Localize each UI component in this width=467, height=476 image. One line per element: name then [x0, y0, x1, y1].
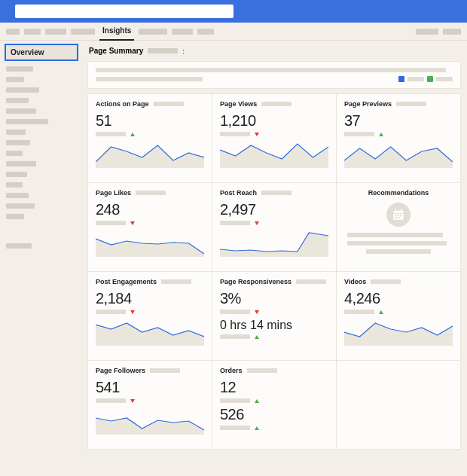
sidebar: Overview	[0, 41, 83, 476]
sidebar-item[interactable]	[6, 66, 33, 72]
nav-tab[interactable]	[197, 29, 214, 35]
card-actions-on-page[interactable]: Actions on Page 51	[88, 94, 212, 183]
placeholder	[161, 279, 191, 284]
metric-value: 1,210	[220, 112, 328, 130]
card-title: Page Likes	[96, 189, 131, 197]
sparkline-chart	[96, 228, 204, 257]
placeholder	[344, 310, 374, 314]
placeholder	[261, 102, 291, 106]
sidebar-item[interactable]	[6, 243, 32, 249]
sidebar-item[interactable]	[6, 151, 23, 156]
sidebar-item[interactable]	[6, 130, 26, 135]
tab-insights[interactable]: Insights	[99, 23, 134, 41]
sidebar-item[interactable]	[6, 161, 36, 166]
sidebar-item-overview[interactable]: Overview	[5, 44, 78, 61]
placeholder	[96, 221, 126, 225]
page-summary-header: Page Summary :	[89, 47, 461, 55]
card-post-engagements[interactable]: Post Engagements 2,184	[88, 272, 212, 361]
trend-down-icon	[255, 133, 259, 136]
nav-tab[interactable]	[45, 29, 66, 35]
nav-tab[interactable]	[443, 29, 461, 35]
placeholder	[220, 132, 250, 136]
main-content: Page Summary : Actions on Page 51	[83, 41, 467, 476]
placeholder	[220, 221, 250, 225]
metric-value: 2,184	[96, 290, 204, 307]
sidebar-item[interactable]	[6, 140, 30, 145]
placeholder	[247, 368, 277, 373]
card-title: Videos	[344, 278, 366, 285]
card-post-reach[interactable]: Post Reach 2,497	[212, 183, 337, 272]
nav-tab[interactable]	[6, 29, 20, 35]
card-page-responsiveness[interactable]: Page Responsiveness 3% 0 hrs 14 mins	[212, 272, 337, 361]
sparkline-chart	[344, 317, 453, 346]
placeholder	[96, 398, 126, 403]
placeholder	[96, 132, 126, 136]
summary-banner	[87, 61, 461, 89]
svg-rect-8	[398, 217, 399, 218]
sidebar-item[interactable]	[6, 214, 24, 219]
metrics-grid: Actions on Page 51 Page Views 1,210 Page…	[87, 93, 461, 450]
nav-tab[interactable]	[139, 29, 167, 35]
placeholder	[154, 102, 184, 106]
placeholder	[136, 191, 166, 195]
placeholder	[396, 102, 426, 106]
placeholder	[220, 398, 250, 403]
page-summary-label: Page Summary	[89, 47, 143, 55]
placeholder	[347, 233, 443, 237]
metric-value: 541	[96, 379, 204, 396]
sidebar-item[interactable]	[6, 203, 35, 209]
card-title: Page Views	[220, 100, 257, 108]
sidebar-item[interactable]	[6, 119, 48, 124]
metric-value-secondary: 0 hrs 14 mins	[220, 319, 328, 332]
sidebar-item[interactable]	[6, 172, 27, 177]
trend-down-icon	[130, 399, 135, 403]
trend-up-icon	[255, 335, 259, 339]
search-input[interactable]	[15, 5, 233, 18]
card-title: Actions on Page	[96, 100, 149, 108]
legend-label	[436, 77, 453, 81]
card-videos[interactable]: Videos 4,246	[337, 272, 461, 361]
card-title: Page Previews	[344, 100, 392, 108]
card-page-previews[interactable]: Page Previews 37	[337, 94, 461, 183]
sidebar-item[interactable]	[6, 193, 29, 198]
trend-down-icon	[130, 221, 135, 225]
placeholder	[261, 191, 291, 195]
card-orders[interactable]: Orders 12 526	[212, 361, 337, 450]
sparkline-chart	[96, 406, 204, 435]
card-page-followers[interactable]: Page Followers 541	[88, 361, 212, 450]
metric-value-secondary: 526	[220, 406, 328, 423]
sparkline-chart	[344, 139, 453, 168]
svg-rect-6	[400, 215, 401, 216]
nav-tab[interactable]	[24, 29, 41, 35]
metric-value: 12	[220, 379, 328, 396]
sparkline-chart	[96, 317, 204, 346]
nav-tab[interactable]	[416, 29, 438, 35]
sidebar-item[interactable]	[6, 77, 24, 82]
trend-up-icon	[130, 133, 135, 136]
card-page-views[interactable]: Page Views 1,210	[212, 94, 337, 183]
metric-value: 3%	[220, 290, 328, 307]
metric-value: 248	[96, 201, 204, 218]
legend-swatch	[427, 76, 433, 82]
placeholder	[296, 279, 326, 284]
sparkline-chart	[220, 139, 328, 168]
metric-value: 37	[344, 112, 453, 130]
placeholder	[150, 368, 180, 373]
sidebar-item[interactable]	[6, 87, 39, 93]
card-title: Page Responsiveness	[220, 278, 291, 285]
page-body: Overview Page Summary :	[0, 41, 467, 476]
card-empty	[337, 361, 461, 450]
legend-label	[407, 77, 424, 81]
nav-tab[interactable]	[172, 29, 193, 35]
placeholder	[220, 310, 250, 314]
sidebar-item[interactable]	[6, 182, 23, 188]
card-page-likes[interactable]: Page Likes 248	[88, 183, 212, 272]
card-recommendations[interactable]: Recommendations	[337, 183, 461, 272]
sidebar-item[interactable]	[6, 108, 36, 114]
sidebar-item[interactable]	[6, 98, 29, 103]
trend-down-icon	[255, 221, 259, 225]
trend-down-icon	[255, 310, 259, 314]
nav-tab[interactable]	[71, 29, 95, 35]
metric-value: 4,246	[344, 290, 453, 307]
svg-rect-1	[395, 209, 397, 212]
